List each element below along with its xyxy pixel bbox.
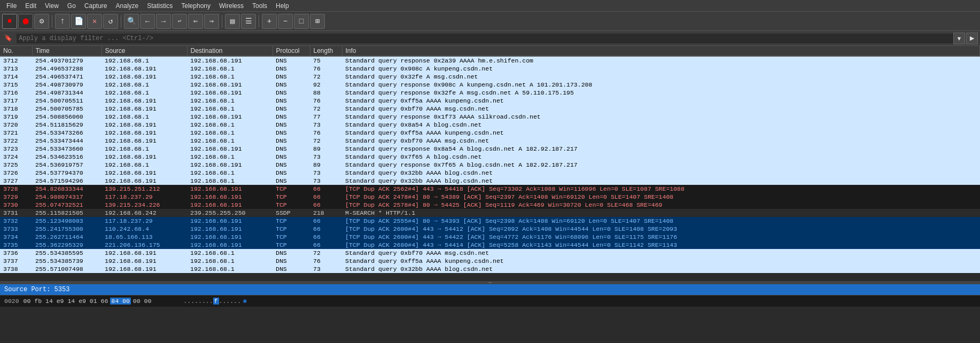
table-row[interactable]: 3732255.123498083117.18.237.29192.168.68… [0,217,980,225]
table-cell: 117.18.237.29 [102,193,187,201]
table-row[interactable]: 3730255.074732521139.215.234.226192.168.… [0,201,980,209]
col-header-protocol: Protocol [273,46,310,56]
table-cell: DNS [273,153,310,161]
table-row[interactable]: 3736255.534385595192.168.68.191192.168.6… [0,249,980,257]
filter-apply-button[interactable]: ▶ [966,33,978,44]
table-cell: 3720 [0,121,32,129]
first-icon: ⇐ [193,17,198,26]
table-row[interactable]: 3726254.537794370192.168.68.191192.168.6… [0,169,980,177]
resize-columns-button[interactable]: ⊞ [310,14,325,29]
table-cell: 239.255.255.250 [187,209,273,217]
last-button[interactable]: ⇒ [204,14,219,29]
table-cell: 192.168.68.191 [102,249,187,257]
menu-view[interactable]: View [41,1,63,11]
table-row[interactable]: 3731255.115821505192.168.68.242239.255.2… [0,209,980,217]
table-cell: 192.168.68.191 [102,105,187,113]
packet-table-container: No. Time Source Destination Protocol Len… [0,46,980,281]
start-capture-button[interactable]: ⬤ [18,14,33,29]
menu-telephony[interactable]: Telephony [177,1,215,11]
filter-input[interactable] [17,34,953,43]
table-cell: 255.123498083 [32,217,102,225]
table-row[interactable]: 3719254.508856060192.168.68.1192.168.68.… [0,113,980,121]
table-row[interactable]: 3734255.26271146418.65.166.113192.168.68… [0,233,980,241]
menu-wireless[interactable]: Wireless [215,1,248,11]
auto-scroll-button[interactable]: ☰ [241,14,256,29]
table-cell: 255.241755300 [32,225,102,233]
table-cell: 76 [310,97,342,105]
toolbar: ■ ⬤ ⚙ ↑ 📄 ✕ ↺ 🔍 ← → ↩ ⇐ ⇒ ▤ ☰ + [0,12,980,31]
menu-statistics[interactable]: Statistics [143,1,177,11]
menu-file[interactable]: File [2,1,21,11]
table-cell: [TCP Dup ACK 2680#4] 443 → 54414 [ACK] S… [342,241,980,249]
table-row[interactable]: 3713254.496537288192.168.68.191192.168.6… [0,65,980,73]
table-row[interactable]: 3718254.500705785192.168.68.191192.168.6… [0,105,980,113]
sep1 [52,15,52,28]
col-header-source: Source [102,46,187,56]
table-row[interactable]: 3727254.571594296192.168.68.191192.168.6… [0,177,980,185]
table-cell: Standard query 0xff5a AAAA kunpeng.csdn.… [342,97,980,105]
table-row[interactable]: 3733255.241755300110.242.68.4192.168.68.… [0,225,980,233]
col-header-destination: Destination [187,46,273,56]
save-file-button[interactable]: 📄 [71,14,86,29]
table-cell: 254.571594296 [32,177,102,185]
table-cell: 254.533473266 [32,129,102,137]
table-cell: TCP [273,217,310,225]
color-rules-button[interactable]: ▤ [225,14,240,29]
table-cell: 3726 [0,169,32,177]
forward-button[interactable]: → [156,14,171,29]
menu-tools[interactable]: Tools [248,1,271,11]
table-row[interactable]: 3714254.496537471192.168.68.191192.168.6… [0,73,980,81]
reload-icon: ↺ [108,17,113,26]
zoom-in-button[interactable]: + [262,14,277,29]
close-file-button[interactable]: ✕ [87,14,102,29]
first-button[interactable]: ⇐ [188,14,203,29]
table-cell: 254.826833344 [32,185,102,193]
table-row[interactable]: 3721254.533473266192.168.68.191192.168.6… [0,129,980,137]
options-button[interactable]: ⚙ [34,14,49,29]
table-row[interactable]: 3717254.500705511192.168.68.191192.168.6… [0,97,980,105]
table-cell: DNS [273,177,310,185]
table-cell: 89 [310,145,342,153]
table-row[interactable]: 3715254.498730979192.168.68.1192.168.68.… [0,81,980,89]
table-row[interactable]: 3725254.536919757192.168.68.1192.168.68.… [0,161,980,169]
table-cell: 192.168.68.191 [102,257,187,265]
table-row[interactable]: 3712254.493701279192.168.68.1192.168.68.… [0,56,980,65]
table-row[interactable]: 3728254.826833344139.215.251.212192.168.… [0,185,980,193]
table-cell: 66 [310,241,342,249]
table-cell: 192.168.68.191 [187,113,273,121]
table-cell: 192.168.68.242 [102,209,187,217]
stop-capture-button[interactable]: ■ [2,14,17,29]
table-row[interactable]: 3729254.988074317117.18.237.29192.168.68… [0,193,980,201]
table-cell: DNS [273,73,310,81]
filter-dropdown-button[interactable]: ▼ [953,33,965,44]
table-row[interactable]: 3735255.362295329221.206.136.175192.168.… [0,241,980,249]
back-button[interactable]: ← [140,14,155,29]
reload-button[interactable]: ↺ [103,14,118,29]
menu-analyze[interactable]: Analyze [112,1,143,11]
table-cell: 3719 [0,113,32,121]
table-row[interactable]: 3723254.533473660192.168.68.1192.168.68.… [0,145,980,153]
table-row[interactable]: 3722254.533473444192.168.68.191192.168.6… [0,137,980,145]
table-cell: 117.18.237.29 [102,217,187,225]
open-file-button[interactable]: ↑ [55,14,70,29]
menu-go[interactable]: Go [63,1,80,11]
table-cell: 3737 [0,257,32,265]
table-cell: 66 [310,185,342,193]
normal-size-button[interactable]: □ [294,14,309,29]
menu-help[interactable]: Help [271,1,293,11]
menu-capture[interactable]: Capture [80,1,112,11]
hex-ascii-post: ...... [219,298,241,305]
menu-edit[interactable]: Edit [21,1,41,11]
find-button[interactable]: 🔍 [124,14,139,29]
hex-dots: ■ [243,298,247,305]
zoom-out-button[interactable]: − [278,14,293,29]
table-cell: 221.206.136.175 [102,241,187,249]
table-row[interactable]: 3724254.534623516192.168.68.191192.168.6… [0,153,980,161]
table-row[interactable]: 3720254.511815629192.168.68.191192.168.6… [0,121,980,129]
table-row[interactable]: 3738255.571007498192.168.68.191192.168.6… [0,265,980,273]
table-row[interactable]: 3716254.498731344192.168.68.1192.168.68.… [0,89,980,97]
table-cell: 192.168.68.191 [102,265,187,273]
table-cell: 254.537794370 [32,169,102,177]
goto-button[interactable]: ↩ [172,14,187,29]
table-row[interactable]: 3737255.534385739192.168.68.191192.168.6… [0,257,980,265]
